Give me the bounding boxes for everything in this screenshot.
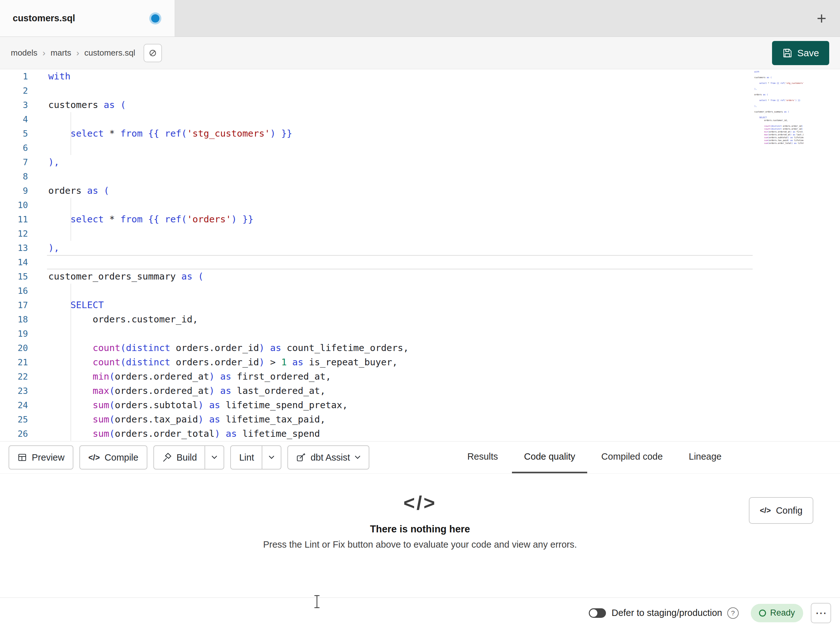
breadcrumb-item-models[interactable]: models xyxy=(11,48,38,58)
chevron-down-icon xyxy=(355,456,360,459)
app-window: customers.sql + models › marts › custome… xyxy=(0,0,840,628)
code-line[interactable]: 25 sum(orders.tax_paid) as lifetime_tax_… xyxy=(0,412,840,427)
code-line[interactable]: 2 xyxy=(0,84,840,98)
breadcrumb: models › marts › customers.sql Save xyxy=(0,37,840,69)
code-line[interactable]: 16 xyxy=(0,284,840,298)
lint-button[interactable]: Lint xyxy=(231,446,262,469)
build-split-button: Build xyxy=(153,445,224,470)
unsaved-indicator-dot xyxy=(151,14,159,22)
status-badge[interactable]: Ready xyxy=(751,604,803,622)
line-number: 25 xyxy=(0,412,48,427)
code-line[interactable]: 5 select * from {{ ref('stg_customers') … xyxy=(0,127,840,141)
line-number: 1 xyxy=(0,69,48,84)
line-number: 24 xyxy=(0,398,48,412)
lint-dropdown-button[interactable] xyxy=(262,446,281,469)
minimap-line: ), xyxy=(754,105,804,108)
line-number: 9 xyxy=(0,183,48,198)
code-line[interactable]: 24 sum(orders.subtotal) as lifetime_spen… xyxy=(0,398,840,412)
code-line[interactable]: 23 max(orders.ordered_at) as last_ordere… xyxy=(0,384,840,398)
line-number: 17 xyxy=(0,298,48,312)
minimap-line xyxy=(754,79,804,82)
minimap-line: customer_orders_summary as ( xyxy=(754,111,804,113)
code-line[interactable]: 3customers as ( xyxy=(0,98,840,112)
line-number: 26 xyxy=(0,427,48,441)
editor-tab-strip: customers.sql + xyxy=(0,0,840,37)
code-line[interactable]: 19 xyxy=(0,327,840,341)
chevron-down-icon xyxy=(212,456,217,459)
code-line[interactable]: 8 xyxy=(0,169,840,183)
save-button[interactable]: Save xyxy=(772,41,829,65)
code-line[interactable]: 18 orders.customer_id, xyxy=(0,312,840,327)
line-number: 16 xyxy=(0,284,48,298)
lint-split-button: Lint xyxy=(230,445,281,470)
build-button[interactable]: Build xyxy=(154,446,205,469)
help-icon[interactable]: ? xyxy=(727,607,739,619)
minimap-line xyxy=(754,85,804,88)
code-lines: 1with23customers as (45 select * from {{… xyxy=(0,69,840,441)
editor-toolbar: Preview </> Compile Build xyxy=(0,441,840,474)
tab-lineage[interactable]: Lineage xyxy=(677,441,734,473)
minimap-line xyxy=(754,90,804,93)
tab-customers-sql[interactable]: customers.sql xyxy=(0,0,175,36)
line-number: 21 xyxy=(0,355,48,369)
panel-tabs: Results Code quality Compiled code Linea… xyxy=(455,441,734,473)
line-number: 2 xyxy=(0,84,48,98)
tab-results[interactable]: Results xyxy=(455,441,510,473)
code-line[interactable]: 12 xyxy=(0,226,840,241)
code-line[interactable]: 26 sum(orders.order_total) as lifetime_s… xyxy=(0,427,840,441)
config-button[interactable]: </> Config xyxy=(749,497,813,524)
breadcrumb-separator: › xyxy=(43,48,46,58)
code-line[interactable]: 6 xyxy=(0,141,840,155)
code-line[interactable]: 11 select * from {{ ref('orders') }} xyxy=(0,212,840,226)
line-number: 15 xyxy=(0,269,48,284)
defer-toggle[interactable] xyxy=(589,608,606,618)
save-label: Save xyxy=(797,47,819,59)
minimap-line: min(orders.ordered_at) as first_ordered_… xyxy=(754,131,804,133)
compile-button[interactable]: </> Compile xyxy=(79,445,147,470)
line-number: 20 xyxy=(0,341,48,355)
code-line[interactable]: 9orders as ( xyxy=(0,183,840,198)
dbt-assist-button[interactable]: dbt Assist xyxy=(287,445,369,470)
dbt-assist-label: dbt Assist xyxy=(311,452,350,463)
more-options-button[interactable]: ⋯ xyxy=(811,603,831,623)
ready-label: Ready xyxy=(770,608,795,618)
code-line[interactable]: 22 min(orders.ordered_at) as first_order… xyxy=(0,369,840,384)
minimap[interactable]: withcustomers as ( select * from {{ ref(… xyxy=(754,71,804,147)
minimap-content: withcustomers as ( select * from {{ ref(… xyxy=(754,71,804,145)
minimap-line xyxy=(754,102,804,105)
line-number: 13 xyxy=(0,241,48,255)
code-line[interactable]: 7), xyxy=(0,155,840,169)
minimap-line xyxy=(754,73,804,76)
code-line[interactable]: 21 count(distinct orders.order_id) > 1 a… xyxy=(0,355,840,369)
code-line[interactable]: 15customer_orders_summary as ( xyxy=(0,269,840,284)
preview-button[interactable]: Preview xyxy=(9,445,73,470)
minimap-line xyxy=(754,122,804,125)
code-line[interactable]: 13), xyxy=(0,241,840,255)
breadcrumb-item-marts[interactable]: marts xyxy=(51,48,71,58)
status-bar: Defer to staging/production ? Ready ⋯ xyxy=(0,598,840,628)
tab-title: customers.sql xyxy=(13,13,75,24)
tab-code-quality[interactable]: Code quality xyxy=(512,441,587,473)
new-tab-button[interactable]: + xyxy=(803,0,840,36)
code-line[interactable]: 10 xyxy=(0,198,840,212)
config-label: Config xyxy=(776,505,802,516)
ready-circle-icon xyxy=(759,610,766,617)
lint-label: Lint xyxy=(239,452,254,463)
code-line[interactable]: 20 count(distinct orders.order_id) as co… xyxy=(0,341,840,355)
line-number: 4 xyxy=(0,112,48,127)
breadcrumb-item-file: customers.sql xyxy=(84,48,135,58)
minimap-line: orders as ( xyxy=(754,93,804,96)
code-line[interactable]: 17 SELECT xyxy=(0,298,840,312)
minimap-line: SELECT xyxy=(754,116,804,119)
empty-state-subtitle: Press the Lint or Fix button above to ev… xyxy=(263,539,577,550)
build-dropdown-button[interactable] xyxy=(205,446,224,469)
breadcrumb-separator: › xyxy=(76,48,79,58)
tab-compiled-code[interactable]: Compiled code xyxy=(589,441,674,473)
code-icon: </> xyxy=(759,506,771,515)
code-line[interactable]: 1with xyxy=(0,69,840,84)
editor-action-button[interactable] xyxy=(144,44,162,62)
code-line[interactable]: 14 xyxy=(0,255,840,269)
line-number: 8 xyxy=(0,169,48,183)
code-line[interactable]: 4 xyxy=(0,112,840,127)
sql-editor[interactable]: 1with23customers as (45 select * from {{… xyxy=(0,69,840,441)
